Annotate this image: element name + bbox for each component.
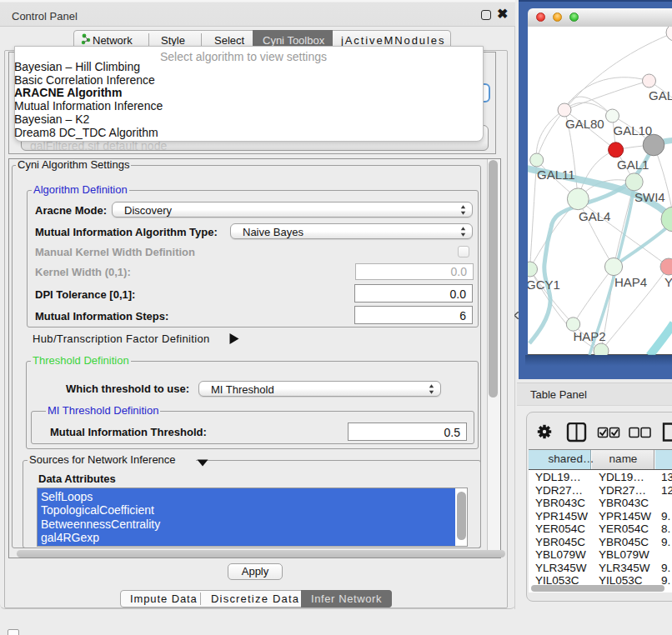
svg-text:GAL11: GAL11 (537, 168, 575, 182)
svg-text:HAP4: HAP4 (614, 275, 647, 289)
svg-text:GAL80: GAL80 (565, 117, 604, 131)
svg-text:GAL7: GAL7 (649, 88, 672, 102)
svg-text:GCY1: GCY1 (528, 278, 560, 292)
svg-text:HAP2: HAP2 (574, 329, 606, 343)
svg-text:GAL10: GAL10 (614, 123, 653, 138)
svg-text:SWI4: SWI4 (634, 190, 665, 204)
svg-text:YJ: YJ (664, 275, 672, 289)
svg-text:GAL1: GAL1 (617, 158, 649, 172)
svg-text:GAL4: GAL4 (579, 209, 610, 223)
